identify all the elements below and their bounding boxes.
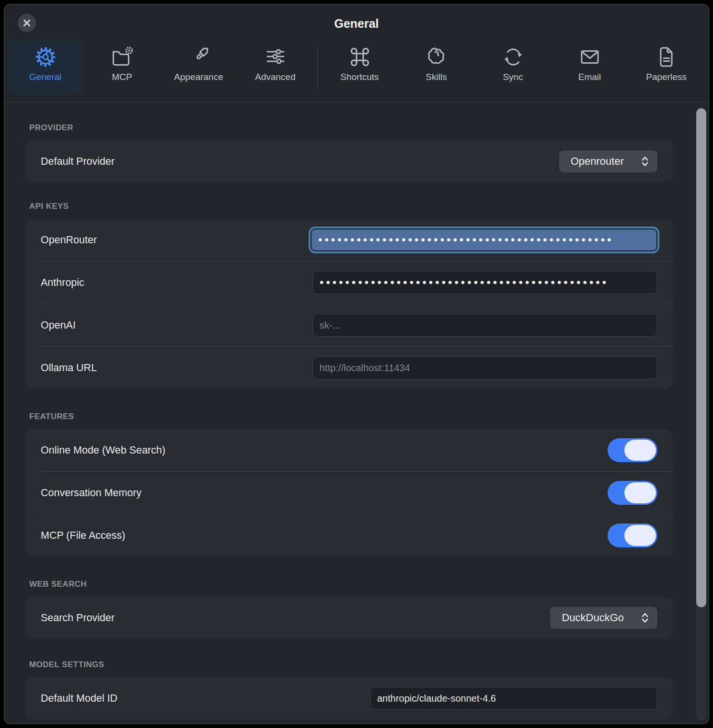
ollama-url-label: Ollama URL: [41, 362, 97, 374]
settings-content: PROVIDER Default Provider Openrouter API…: [4, 103, 709, 724]
mcp-file-access-label: MCP (File Access): [41, 530, 125, 542]
tab-label: Email: [578, 72, 601, 82]
toggle-knob: [624, 482, 656, 503]
toolbar-divider: [317, 45, 318, 89]
search-provider-dropdown[interactable]: DuckDuckGo: [550, 607, 657, 629]
tab-label: MCP: [112, 72, 132, 82]
section-header-api-keys: API KEYS: [29, 202, 673, 211]
tab-advanced[interactable]: Advanced: [238, 40, 312, 94]
provider-card: Default Provider Openrouter: [25, 140, 673, 182]
default-model-id-label: Default Model ID: [41, 693, 117, 705]
mcp-toggle[interactable]: [608, 523, 657, 547]
tab-shortcuts[interactable]: Shortcuts: [322, 40, 397, 94]
conversation-memory-toggle[interactable]: [608, 481, 657, 505]
settings-window: General General: [4, 4, 709, 724]
features-card: Online Mode (Web Search) Conversation Me…: [25, 429, 673, 557]
ollama-url-input[interactable]: [312, 356, 657, 379]
section-header-features: FEATURES: [29, 412, 673, 421]
online-mode-label: Online Mode (Web Search): [41, 444, 165, 456]
folder-gear-icon: [111, 46, 134, 68]
section-api-keys: API KEYS OpenRouter Anthropic OpenAI: [25, 202, 673, 389]
toggle-knob: [624, 440, 656, 461]
online-mode-toggle[interactable]: [608, 438, 657, 462]
default-provider-label: Default Provider: [41, 156, 115, 168]
sync-icon: [502, 46, 525, 68]
titlebar: General General: [4, 4, 709, 102]
section-header-provider: PROVIDER: [29, 123, 673, 133]
envelope-icon: [578, 46, 601, 68]
tab-label: Paperless: [646, 72, 687, 82]
document-icon: [655, 46, 678, 68]
tab-label: General: [29, 72, 62, 82]
section-header-model-settings: MODEL SETTINGS: [29, 660, 673, 670]
row-openrouter-key: OpenRouter: [25, 219, 673, 261]
openai-key-input[interactable]: [312, 314, 657, 337]
row-openai-key: OpenAI: [25, 304, 673, 346]
row-conversation-memory: Conversation Memory: [25, 472, 673, 514]
anthropic-key-input[interactable]: [312, 271, 657, 294]
tab-paperless[interactable]: Paperless: [629, 40, 703, 94]
tab-label: Shortcuts: [340, 72, 379, 82]
search-provider-label: Search Provider: [41, 612, 115, 624]
conversation-memory-label: Conversation Memory: [41, 487, 141, 499]
section-web-search: WEB SEARCH Search Provider DuckDuckGo: [25, 580, 673, 639]
toolbar-tabs: General MCP: [8, 40, 703, 94]
tab-label: Skills: [426, 72, 447, 82]
sliders-icon: [264, 46, 287, 68]
tab-label: Appearance: [174, 72, 223, 82]
tab-email[interactable]: Email: [552, 40, 627, 94]
row-ollama-url: Ollama URL: [25, 347, 673, 389]
toggle-knob: [624, 525, 656, 546]
tab-label: Advanced: [255, 72, 296, 82]
paintbrush-icon: [187, 46, 210, 68]
web-search-card: Search Provider DuckDuckGo: [25, 597, 673, 639]
row-mcp-file-access: MCP (File Access): [25, 514, 673, 557]
command-icon: [348, 46, 371, 68]
anthropic-label: Anthropic: [41, 277, 84, 289]
chevron-updown-icon: [641, 612, 649, 624]
model-settings-card: Default Model ID: [25, 677, 673, 719]
api-keys-card: OpenRouter Anthropic OpenAI Ollama URL: [25, 219, 673, 389]
default-model-id-input[interactable]: [370, 687, 657, 710]
openrouter-label: OpenRouter: [41, 234, 97, 246]
scrollbar-thumb[interactable]: [696, 108, 706, 607]
tab-sync[interactable]: Sync: [476, 40, 550, 94]
chevron-updown-icon: [641, 156, 649, 167]
row-default-model-id: Default Model ID: [25, 677, 673, 719]
section-header-web-search: WEB SEARCH: [29, 580, 673, 589]
tab-skills[interactable]: Skills: [399, 40, 473, 94]
section-model-settings: MODEL SETTINGS Default Model ID: [25, 660, 673, 719]
openai-label: OpenAI: [41, 319, 76, 331]
section-provider: PROVIDER Default Provider Openrouter: [25, 123, 673, 182]
tab-general[interactable]: General: [8, 40, 82, 94]
dropdown-value: Openrouter: [571, 155, 624, 168]
tab-mcp[interactable]: MCP: [85, 40, 159, 94]
openrouter-key-input[interactable]: [310, 228, 657, 251]
row-online-mode: Online Mode (Web Search): [25, 429, 673, 471]
window-title: General: [4, 17, 709, 31]
row-anthropic-key: Anthropic: [25, 262, 673, 304]
section-features: FEATURES Online Mode (Web Search) Conver…: [25, 412, 673, 557]
dropdown-value: DuckDuckGo: [562, 612, 624, 624]
row-default-provider: Default Provider Openrouter: [25, 140, 673, 182]
default-provider-dropdown[interactable]: Openrouter: [559, 150, 657, 172]
gear-icon: [34, 46, 57, 68]
brain-icon: [425, 46, 448, 68]
tab-label: Sync: [503, 72, 523, 82]
row-search-provider: Search Provider DuckDuckGo: [25, 597, 673, 639]
tab-appearance[interactable]: Appearance: [161, 40, 236, 94]
